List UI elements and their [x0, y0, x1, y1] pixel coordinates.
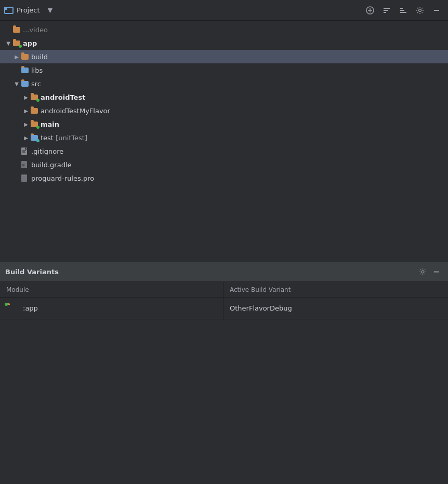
tree-label-libs: libs — [31, 66, 43, 74]
chevron-src — [12, 79, 21, 88]
tree-item-proguard[interactable]: proguard-rules.pro — [0, 171, 448, 185]
proguard-file-icon — [21, 174, 29, 182]
tree-label-gitignore: .gitignore — [31, 147, 63, 155]
tree-item-gitignore[interactable]: .gitignore — [0, 144, 448, 158]
tree-label-main: main — [41, 120, 59, 128]
folder-icon-build — [21, 52, 29, 61]
svg-rect-10 — [434, 10, 439, 11]
svg-rect-4 — [384, 10, 388, 11]
tree-label-androidtest: androidTest — [41, 93, 85, 101]
cell-module-app: :app — [0, 298, 223, 319]
variants-table-header: Module Active Build Variant — [0, 282, 448, 298]
col-header-module: Module — [0, 282, 223, 297]
svg-rect-6 — [400, 8, 403, 9]
project-dropdown-button[interactable]: ▼ — [43, 3, 57, 18]
dot-main — [36, 126, 39, 129]
folder-icon-androidtest — [30, 93, 38, 101]
folder-icon-src — [21, 79, 29, 88]
folder-icon-app — [12, 39, 21, 47]
project-window-icon — [4, 7, 14, 14]
chevron-app — [4, 39, 12, 47]
chevron-build — [12, 52, 21, 61]
folder-icon-androidtestmyflavor — [30, 106, 38, 115]
project-title-label: Project — [17, 6, 39, 14]
build-variants-header: Build Variants — [0, 262, 448, 282]
tree-item-video[interactable]: ...video — [0, 23, 448, 36]
build-variants-minimize-button[interactable] — [429, 265, 443, 279]
tree-item-libs[interactable]: libs — [0, 63, 448, 77]
tree-item-androidtestmyflavor[interactable]: androidTestMyFlavor — [0, 104, 448, 117]
tree-item-buildgradle[interactable]: build.gradle — [0, 158, 448, 171]
gitignore-file-icon — [21, 147, 29, 155]
chevron-main — [22, 120, 30, 128]
svg-rect-3 — [384, 8, 390, 9]
tree-label-buildgradle: build.gradle — [31, 161, 72, 169]
svg-rect-24 — [433, 272, 438, 273]
dot-androidtest — [36, 99, 39, 102]
module-folder-icon — [6, 305, 16, 312]
tree-label-androidtestmyflavor: androidTestMyFlavor — [41, 107, 110, 115]
tree-label-test: test [unitTest] — [41, 134, 87, 142]
svg-rect-7 — [400, 10, 404, 11]
tree-item-androidtest[interactable]: androidTest — [0, 90, 448, 104]
collapse-all-button[interactable] — [379, 3, 394, 18]
project-toolbar: Project ▼ — [0, 0, 448, 21]
chevron-androidtest — [22, 93, 30, 101]
tree-label-proguard: proguard-rules.pro — [31, 174, 94, 182]
chevron-test — [22, 133, 30, 142]
svg-point-19 — [22, 164, 25, 166]
variant-value-label: OtherFlavorDebug — [230, 304, 292, 312]
settings-button[interactable] — [413, 3, 427, 18]
tree-item-src[interactable]: src — [0, 77, 448, 90]
expand-all-button[interactable] — [396, 3, 411, 18]
folder-icon-test — [30, 133, 38, 142]
svg-rect-22 — [22, 175, 27, 176]
gradle-file-icon — [21, 160, 29, 169]
add-element-button[interactable] — [363, 3, 377, 18]
build-variants-title: Build Variants — [5, 268, 416, 276]
project-panel: Project ▼ — [0, 0, 448, 262]
col-header-variant: Active Build Variant — [223, 282, 448, 297]
chevron-androidtestmyflavor — [22, 106, 30, 115]
svg-point-9 — [419, 9, 421, 11]
folder-icon-libs — [21, 66, 29, 74]
dot-app — [19, 45, 22, 48]
variants-table-row[interactable]: :app OtherFlavorDebug — [0, 298, 448, 319]
project-tree: ...video app build — [0, 21, 448, 262]
tree-label-app: app — [23, 39, 37, 47]
empty-variants-area — [0, 319, 448, 484]
dot-test — [36, 139, 39, 142]
svg-rect-8 — [400, 12, 406, 13]
tree-item-test[interactable]: test [unitTest] — [0, 131, 448, 144]
tree-label-video: ...video — [23, 26, 48, 34]
svg-rect-5 — [384, 12, 386, 13]
svg-point-23 — [421, 271, 424, 273]
folder-icon-main — [30, 120, 38, 128]
tree-label-src: src — [31, 80, 41, 88]
build-variants-settings-button[interactable] — [416, 265, 429, 279]
tree-label-build: build — [31, 53, 48, 61]
folder-icon-video — [12, 25, 21, 34]
tree-item-main[interactable]: main — [0, 117, 448, 131]
tree-item-build[interactable]: build — [0, 50, 448, 63]
project-title-area: Project ▼ — [4, 3, 361, 18]
build-variants-panel: Build Variants Module Active Build Varia… — [0, 262, 448, 484]
tree-item-app[interactable]: app — [0, 36, 448, 50]
module-name-label: :app — [23, 304, 38, 312]
cell-variant-app[interactable]: OtherFlavorDebug — [223, 298, 448, 319]
minimize-button[interactable] — [429, 3, 444, 18]
